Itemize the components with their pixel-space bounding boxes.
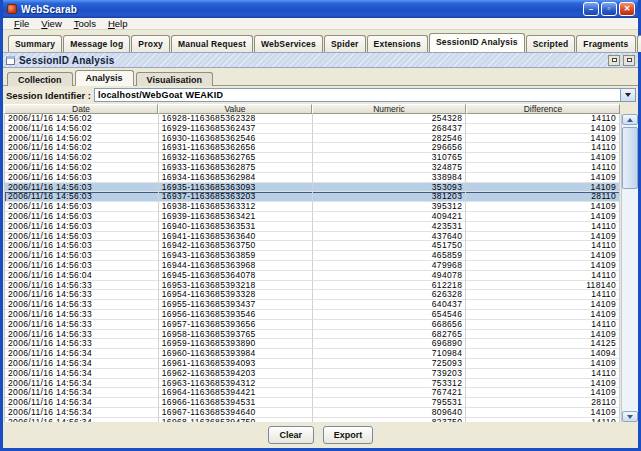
cell-value[interactable]: 16931-1163685362656 [159,143,313,153]
table-row[interactable]: 2006/11/16 14:56:3316953-116368539321861… [5,281,620,291]
cell-numeric[interactable]: 654546 [313,310,467,320]
cell-numeric[interactable]: 409421 [313,212,467,222]
cell-numeric[interactable]: 296656 [313,143,467,153]
cell-date[interactable]: 2006/11/16 14:56:04 [5,271,159,281]
cell-difference[interactable]: 14109 [466,408,620,418]
cell-date[interactable]: 2006/11/16 14:56:03 [5,222,159,232]
tab-collection[interactable]: Collection [7,72,73,86]
scroll-down-button[interactable] [622,411,638,422]
cell-difference[interactable]: 14110 [466,114,620,124]
cell-value[interactable]: 16964-1163685394421 [159,388,313,398]
cell-numeric[interactable]: 479968 [313,261,467,271]
cell-numeric[interactable]: 310765 [313,153,467,163]
cell-numeric[interactable]: 753312 [313,379,467,389]
cell-difference[interactable]: 14109 [466,300,620,310]
cell-numeric[interactable]: 338984 [313,173,467,183]
cell-date[interactable]: 2006/11/16 14:56:34 [5,408,159,418]
cell-difference[interactable]: 14110 [466,271,620,281]
cell-difference[interactable]: 14109 [466,310,620,320]
cell-date[interactable]: 2006/11/16 14:56:03 [5,251,159,261]
cell-date[interactable]: 2006/11/16 14:56:34 [5,418,159,422]
cell-date[interactable]: 2006/11/16 14:56:03 [5,212,159,222]
clear-button[interactable]: Clear [268,426,314,444]
cell-difference[interactable]: 14109 [466,212,620,222]
cell-numeric[interactable]: 494078 [313,271,467,281]
cell-difference[interactable]: 14109 [466,359,620,369]
table-row[interactable]: 2006/11/16 14:56:0316938-116368536331239… [5,202,620,212]
cell-value[interactable]: 16956-1163685393546 [159,310,313,320]
menu-help[interactable]: Help [102,18,134,29]
cell-numeric[interactable]: 381203 [313,192,467,202]
cell-numeric[interactable]: 682765 [313,330,467,340]
cell-difference[interactable]: 14125 [466,339,620,349]
cell-difference[interactable]: 14109 [466,153,620,163]
cell-value[interactable]: 16939-1163685363421 [159,212,313,222]
table-row[interactable]: 2006/11/16 14:56:0316944-116368536396847… [5,261,620,271]
cell-difference[interactable]: 14110 [466,290,620,300]
cell-value[interactable]: 16955-1163685393437 [159,300,313,310]
cell-difference[interactable]: 14109 [466,232,620,242]
cell-value[interactable]: 16962-1163685394203 [159,369,313,379]
cell-date[interactable]: 2006/11/16 14:56:03 [5,241,159,251]
main-tab-fuzzer[interactable]: Fuzzer [637,35,641,52]
cell-date[interactable]: 2006/11/16 14:56:34 [5,349,159,359]
cell-difference[interactable]: 14110 [466,320,620,330]
table-row[interactable]: 2006/11/16 14:56:3316955-116368539343764… [5,300,620,310]
cell-date[interactable]: 2006/11/16 14:56:34 [5,359,159,369]
table-row[interactable]: 2006/11/16 14:56:0316942-116368536375045… [5,241,620,251]
cell-date[interactable]: 2006/11/16 14:56:03 [5,173,159,183]
scroll-up-button[interactable] [622,114,638,125]
table-row[interactable]: 2006/11/16 14:56:0216928-116368536232825… [5,114,620,124]
internal-frame-minimize-button[interactable] [608,55,620,66]
internal-frame-titlebar[interactable]: SessionID Analysis [3,53,638,68]
cell-value[interactable]: 16960-1163685393984 [159,349,313,359]
cell-value[interactable]: 16934-1163685362984 [159,173,313,183]
cell-difference[interactable]: 14109 [466,134,620,144]
session-identifier-combobox[interactable]: localhost/WebGoat WEAKID [94,88,636,102]
cell-value[interactable]: 16942-1163685363750 [159,241,313,251]
main-tab-webservices[interactable]: WebServices [254,35,323,52]
cell-difference[interactable]: 14094 [466,349,620,359]
cell-numeric[interactable]: 823750 [313,418,467,422]
cell-date[interactable]: 2006/11/16 14:56:34 [5,398,159,408]
table-row[interactable]: 2006/11/16 14:56:3316956-116368539354665… [5,310,620,320]
export-button[interactable]: Export [323,426,374,444]
cell-date[interactable]: 2006/11/16 14:56:33 [5,320,159,330]
table-row[interactable]: 2006/11/16 14:56:3416968-116368539475082… [5,418,620,422]
main-tab-scripted[interactable]: Scripted [526,35,576,52]
cell-numeric[interactable]: 809640 [313,408,467,418]
cell-date[interactable]: 2006/11/16 14:56:33 [5,310,159,320]
cell-date[interactable]: 2006/11/16 14:56:03 [5,192,159,202]
table-row[interactable]: 2006/11/16 14:56:0316935-116368536309335… [5,183,620,193]
cell-date[interactable]: 2006/11/16 14:56:02 [5,134,159,144]
cell-value[interactable]: 16940-1163685363531 [159,222,313,232]
cell-value[interactable]: 16945-1163685364078 [159,271,313,281]
table-row[interactable]: 2006/11/16 14:56:3316957-116368539365666… [5,320,620,330]
cell-value[interactable]: 16953-1163685393218 [159,281,313,291]
combobox-dropdown-button[interactable] [620,89,635,101]
table-row[interactable]: 2006/11/16 14:56:0316940-116368536353142… [5,222,620,232]
title-bar[interactable]: WebScarab – ▫ ✕ [3,0,638,18]
cell-date[interactable]: 2006/11/16 14:56:33 [5,300,159,310]
main-tab-fragments[interactable]: Fragments [576,35,635,52]
cell-numeric[interactable]: 324875 [313,163,467,173]
cell-date[interactable]: 2006/11/16 14:56:02 [5,114,159,124]
table-row[interactable]: 2006/11/16 14:56:0316941-116368536364043… [5,232,620,242]
close-button[interactable]: ✕ [619,2,635,16]
cell-difference[interactable]: 14109 [466,330,620,340]
cell-numeric[interactable]: 696890 [313,339,467,349]
cell-value[interactable]: 16957-1163685393656 [159,320,313,330]
cell-value[interactable]: 16933-1163685362875 [159,163,313,173]
minimize-button[interactable]: – [583,2,599,16]
cell-numeric[interactable]: 465859 [313,251,467,261]
cell-date[interactable]: 2006/11/16 14:56:03 [5,202,159,212]
cell-value[interactable]: 16954-1163685393328 [159,290,313,300]
table-row[interactable]: 2006/11/16 14:56:0316934-116368536298433… [5,173,620,183]
cell-value[interactable]: 16930-1163685362546 [159,134,313,144]
table-row[interactable]: 2006/11/16 14:56:3416961-116368539409372… [5,359,620,369]
cell-difference[interactable]: 14109 [466,379,620,389]
cell-date[interactable]: 2006/11/16 14:56:03 [5,183,159,193]
cell-numeric[interactable]: 626328 [313,290,467,300]
cell-numeric[interactable]: 612218 [313,281,467,291]
cell-numeric[interactable]: 423531 [313,222,467,232]
